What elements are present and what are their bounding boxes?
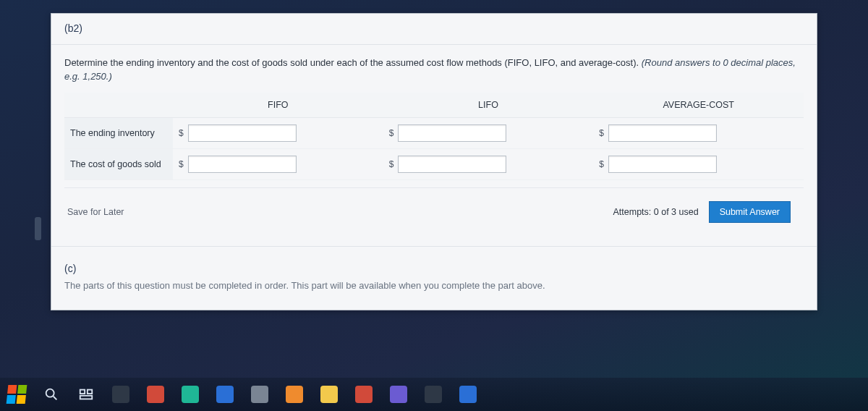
app-icon [320,386,338,403]
svg-rect-3 [88,390,92,394]
part-b2-label: (b2) [64,22,82,34]
taskbar [0,378,868,411]
taskbar-app[interactable] [353,384,375,405]
app-icon [147,386,164,403]
taskbar-app[interactable] [284,384,305,405]
app-icon [286,386,303,403]
search-icon [43,386,59,402]
task-view-icon [78,386,94,402]
question-panel: (b2) Determine the ending inventory and … [51,13,817,310]
currency-symbol: $ [179,128,184,138]
search-button[interactable] [41,384,62,405]
col-avgcost: AVERAGE-COST [593,93,804,118]
currency-symbol: $ [599,159,604,169]
app-icon [390,386,407,403]
app-icon [425,386,442,403]
scrollbar-thumb[interactable] [35,217,41,240]
taskbar-app[interactable] [249,384,271,405]
app-icon [355,386,373,403]
prompt-main: Determine the ending inventory and the c… [64,57,639,68]
question-prompt: Determine the ending inventory and the c… [51,45,817,93]
currency-symbol: $ [179,159,184,169]
answer-grid: FIFO LIFO AVERAGE-COST The ending invent… [51,93,817,246]
task-view-button[interactable] [75,384,97,405]
row-ending-inventory-label: The ending inventory [64,117,173,148]
windows-icon [7,385,27,404]
attempts-text: Attempts: 0 of 3 used [613,207,699,217]
cogs-fifo-input[interactable] [188,156,297,173]
cogs-avgcost-input[interactable] [608,156,717,173]
svg-line-1 [54,397,57,400]
currency-symbol: $ [599,128,604,138]
col-lifo: LIFO [383,93,594,118]
currency-symbol: $ [389,128,394,138]
part-c-section: (c) The parts of this question must be c… [51,246,817,310]
submit-answer-button[interactable]: Submit Answer [709,201,791,223]
actions-row: Save for Later Attempts: 0 of 3 used Sub… [64,187,804,236]
part-c-label: (c) [64,263,804,274]
currency-symbol: $ [389,159,394,169]
taskbar-app[interactable] [110,384,132,405]
row-cogs-label: The cost of goods sold [64,148,173,179]
start-button[interactable] [6,384,27,405]
svg-rect-2 [80,390,85,394]
cogs-lifo-input[interactable] [398,156,506,173]
taskbar-app[interactable] [214,384,236,405]
save-for-later-link[interactable]: Save for Later [67,207,124,217]
taskbar-app[interactable] [457,384,479,405]
part-c-locked-text: The parts of this question must be compl… [64,280,804,291]
part-b2-header: (b2) [51,14,817,45]
ending-inventory-avgcost-input[interactable] [608,124,717,142]
svg-point-0 [46,389,54,397]
ending-inventory-fifo-input[interactable] [188,124,297,142]
app-icon [251,386,268,403]
taskbar-app[interactable] [145,384,166,405]
taskbar-app[interactable] [388,384,409,405]
app-icon [112,386,129,403]
save-for-later-label: Save for Later [67,207,124,217]
app-icon [182,386,199,403]
taskbar-app[interactable] [179,384,201,405]
table-row: The ending inventory $ $ [64,117,804,148]
col-fifo: FIFO [173,93,383,118]
taskbar-app[interactable] [318,384,340,405]
table-row: The cost of goods sold $ $ [64,148,804,179]
app-icon [216,386,234,403]
col-blank [64,93,173,118]
taskbar-app[interactable] [422,384,444,405]
app-icon [459,386,477,403]
svg-rect-4 [80,396,93,399]
ending-inventory-lifo-input[interactable] [398,124,506,142]
